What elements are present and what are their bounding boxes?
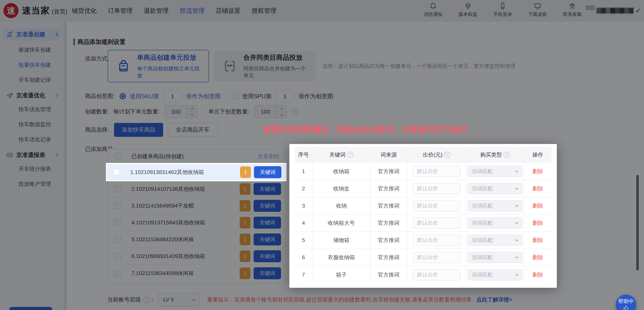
kw-source-value: 官方推词 [378,219,400,227]
kw-source-value: 官方推词 [378,185,400,192]
kw-keyword: 衣服收纳箱 [312,249,370,266]
product-name: 1.10210913831462其他收纳箱 [130,168,204,176]
kw-action-cell: 删除 [524,232,552,248]
kw-keyword: 箱子 [312,266,370,283]
kw-index: 3 [295,197,312,214]
kw-source-value: 官方推词 [378,236,400,244]
bid-input[interactable] [413,183,460,194]
kw-index-value: 7 [302,272,305,278]
match-type-select[interactable]: 切词匹配 [468,166,522,177]
help-icon[interactable] [504,152,510,158]
match-type-select[interactable]: 切词匹配 [468,269,522,280]
kw-buytype-cell: 切词匹配 [466,214,524,231]
match-type-select[interactable]: 切词匹配 [468,200,522,212]
kw-keyword-value: 衣服收纳箱 [328,254,355,261]
help-icon[interactable] [347,152,353,158]
help-icon[interactable] [444,152,450,158]
chevron-down-icon [515,169,518,172]
bid-input[interactable] [413,252,460,263]
kw-index: 6 [295,249,312,266]
match-type-value: 切词匹配 [472,185,516,192]
bid-input[interactable] [413,200,460,212]
delete-link[interactable]: 删除 [532,202,543,210]
delete-link[interactable]: 删除 [532,254,543,261]
kw-bid-cell [407,163,466,180]
match-type-select[interactable]: 切词匹配 [468,183,522,194]
kw-source: 官方推词 [370,249,407,266]
keyword-row: 7 箱子 官方推词 切词匹配 删除 [295,266,552,283]
kw-source: 官方推词 [370,232,407,248]
spotlight-product-row-wrap: 1.10210913831462其他收纳箱 1 关键词 [106,163,286,181]
kw-keyword: 收纳箱大号 [312,214,370,231]
kw-source: 官方推词 [370,214,407,231]
keyword-button[interactable]: 关键词 [254,166,282,178]
match-type-select[interactable]: 切词匹配 [468,235,522,246]
match-type-value: 切词匹配 [472,254,516,261]
delete-link[interactable]: 删除 [532,168,543,175]
match-type-value: 切词匹配 [472,237,516,244]
kw-bid-cell [407,197,466,214]
kw-bid-cell [407,249,466,266]
kw-action-cell: 删除 [524,214,552,231]
delete-link[interactable]: 删除 [532,219,543,227]
col-source-header: 词来源 [370,147,407,163]
bid-input[interactable] [413,269,460,280]
kw-index: 2 [295,180,312,197]
kw-bid-cell [407,180,466,197]
match-type-value: 切词匹配 [472,168,516,175]
delete-link[interactable]: 删除 [532,185,543,192]
bid-input[interactable] [413,218,460,229]
kw-source: 官方推词 [370,266,407,283]
kw-keyword-value: 收纳箱 [333,168,350,175]
delete-link[interactable]: 删除 [532,271,543,278]
match-type-select[interactable]: 切词匹配 [468,218,522,229]
kw-bid-cell [407,266,466,283]
kw-index-value: 5 [302,237,305,243]
kw-index: 1 [295,163,312,180]
kw-index-value: 6 [302,254,305,260]
match-type-value: 切词匹配 [472,271,516,278]
match-type-select[interactable]: 切词匹配 [468,252,522,263]
vertical-scrollbar-thumb[interactable] [636,175,639,270]
kw-keyword-value: 收纳箱大号 [328,219,355,227]
col-label: 出价(元) [423,151,442,158]
col-label: 操作 [532,151,543,158]
kw-keyword-value: 收纳 [336,202,347,210]
bid-input[interactable] [413,235,460,246]
col-label: 购买类型 [480,151,502,158]
kw-buytype-cell: 切词匹配 [466,266,524,283]
kw-action-cell: 删除 [524,197,552,214]
keyword-table-header: 序号 关键词 词来源 出价(元) 购买类型 操作 [295,147,552,163]
kw-index-value: 3 [302,203,305,209]
chevron-down-icon [515,221,518,224]
kw-buytype-cell: 切词匹配 [466,197,524,214]
col-keyword-header: 关键词 [312,147,370,163]
kw-source-value: 官方推词 [378,168,400,175]
kw-keyword-value: 箱子 [336,271,347,278]
kw-index: 5 [295,232,312,248]
row-checkbox[interactable] [113,169,120,176]
kw-keyword: 储物箱 [312,232,370,248]
kw-bid-cell [407,232,466,248]
kw-action-cell: 删除 [524,180,552,197]
kw-index-value: 2 [302,186,305,192]
keyword-table-panel: 序号 关键词 词来源 出价(元) 购买类型 操作 1 收纳箱 官方推词 切词匹配… [289,144,557,288]
col-index-header: 序号 [295,147,312,163]
page: 速 速当家 (首页) 铺货优化 订单管理 退款管理 投流管理 店铺设置 授权管理… [0,0,644,310]
spotlight-product-row[interactable]: 1.10210913831462其他收纳箱 1 关键词 [107,164,286,180]
keyword-row: 3 收纳 官方推词 切词匹配 删除 [295,197,552,214]
chevron-down-icon [515,238,518,241]
kw-keyword: 收纳 [312,197,370,214]
match-type-value: 切词匹配 [472,202,516,209]
kw-index-value: 1 [302,168,305,174]
chevron-down-icon [515,186,518,190]
kw-index-value: 4 [302,220,305,226]
kw-action-cell: 删除 [524,266,552,283]
delete-link[interactable]: 删除 [532,236,543,244]
keyword-row: 2 收纳盒 官方推词 切词匹配 删除 [295,180,552,197]
guide-annotation-text: 配置好推词数量后，系统会自动取词，词来源为官方推词 [264,124,467,135]
bid-input[interactable] [413,166,460,177]
kw-keyword: 收纳箱 [312,163,370,180]
kw-bid-cell [407,214,466,231]
chevron-down-icon [515,255,518,258]
